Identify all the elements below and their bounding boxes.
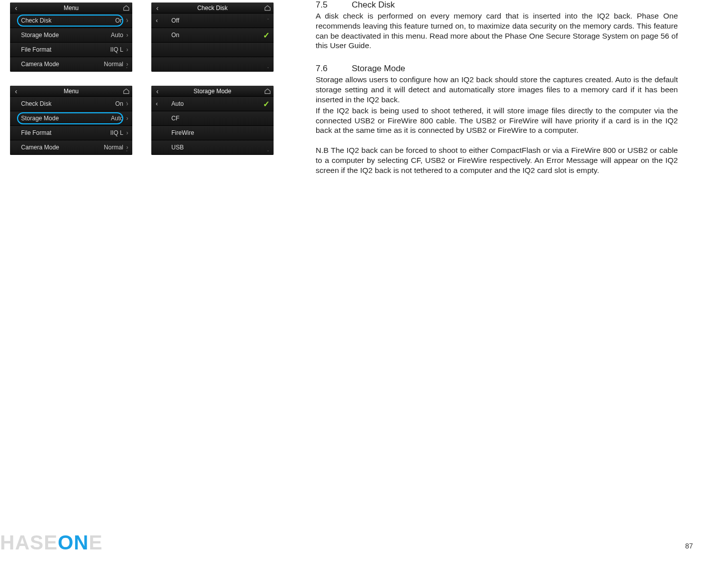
logo-part: E: [89, 531, 103, 553]
back-icon[interactable]: ‹: [153, 97, 160, 111]
scroll-down-icon: ˅: [126, 67, 131, 71]
brand-logo: HASEONE: [0, 531, 103, 554]
option-cf[interactable]: CF: [151, 111, 274, 126]
section-body: Storage allows users to configure how an…: [316, 75, 678, 104]
menu-item-value: Normal: [104, 61, 123, 68]
back-icon[interactable]: ‹: [151, 87, 163, 95]
option-label: Auto: [171, 100, 263, 107]
home-icon[interactable]: [120, 88, 132, 95]
back-icon[interactable]: ‹: [10, 87, 22, 95]
section-heading-7-5: 7.5 Check Disk: [316, 0, 678, 10]
section-title: Storage Mode: [352, 64, 405, 74]
menu-item-value: IIQ L: [110, 129, 123, 136]
menu-item-value: Auto: [111, 115, 123, 122]
check-icon: ✓: [263, 31, 270, 40]
menu-item-label: File Format: [21, 129, 110, 136]
scroll-down-icon: ˅: [267, 150, 272, 154]
option-auto[interactable]: ‹ Auto ✓ ˄: [151, 97, 274, 111]
chevron-right-icon: ›: [126, 129, 128, 136]
chevron-right-icon: ›: [126, 115, 128, 122]
menu-item-label: Camera Mode: [21, 61, 104, 68]
logo-part-accent: ON: [58, 531, 89, 553]
screenshot-menu-storage-mode: ‹ Menu Check Disk On › ˄ Storage Mode Au…: [10, 86, 132, 155]
scroll-down-icon: ˅: [267, 67, 272, 71]
option-on[interactable]: On ✓: [151, 28, 274, 43]
home-icon[interactable]: [262, 5, 274, 12]
section-body: If the IQ2 back is being used to shoot t…: [316, 106, 678, 135]
back-icon[interactable]: ‹: [153, 14, 160, 28]
screen-title: Storage Mode: [163, 88, 262, 95]
option-label: USB: [171, 144, 270, 151]
scroll-up-icon: ˄: [126, 102, 131, 106]
option-label: On: [171, 32, 263, 39]
section-title: Check Disk: [352, 0, 395, 10]
option-empty: [151, 43, 274, 57]
menu-item-value: On: [115, 17, 123, 24]
scroll-down-icon: ˅: [126, 150, 131, 154]
home-icon[interactable]: [120, 5, 132, 12]
menu-item-check-disk[interactable]: Check Disk On › ˄: [10, 97, 132, 111]
menu-item-label: Check Disk: [21, 100, 115, 107]
logo-part: HASE: [0, 531, 58, 553]
option-label: Off: [171, 17, 270, 24]
screenshot-menu-check-disk: ‹ Menu Check Disk On › ˄ Storage Mode Au…: [10, 3, 132, 72]
option-empty: ˅: [151, 57, 274, 72]
menu-item-check-disk[interactable]: Check Disk On › ˄: [10, 14, 132, 28]
menu-item-file-format[interactable]: File Format IIQ L ›: [10, 126, 132, 140]
text-column: 7.5 Check Disk A disk check is performed…: [301, 0, 678, 175]
screenshots-column: ‹ Menu Check Disk On › ˄ Storage Mode Au…: [10, 0, 301, 175]
menu-item-label: File Format: [21, 46, 110, 53]
section-body: N.B The IQ2 back can be forced to shoot …: [316, 145, 678, 175]
option-label: CF: [171, 115, 270, 122]
option-label: FireWire: [171, 129, 270, 136]
menu-item-storage-mode[interactable]: Storage Mode Auto ›: [10, 28, 132, 43]
option-usb[interactable]: USB ˅: [151, 140, 274, 155]
menu-item-label: Check Disk: [21, 17, 115, 24]
menu-item-file-format[interactable]: File Format IIQ L ›: [10, 43, 132, 57]
menu-item-label: Storage Mode: [21, 115, 111, 122]
option-off[interactable]: ‹ Off ˄: [151, 14, 274, 28]
screen-title: Menu: [22, 88, 120, 95]
chevron-right-icon: ›: [126, 46, 128, 53]
menu-item-camera-mode[interactable]: Camera Mode Normal › ˅: [10, 140, 132, 155]
screen-title: Menu: [22, 5, 120, 12]
page-number: 87: [685, 542, 693, 550]
scroll-up-icon: ˄: [126, 19, 131, 23]
screenshot-check-disk-options: ‹ Check Disk ‹ Off ˄ On ✓: [151, 3, 274, 72]
section-heading-7-6: 7.6 Storage Mode: [316, 64, 678, 74]
menu-item-camera-mode[interactable]: Camera Mode Normal › ˅: [10, 57, 132, 72]
scroll-up-icon: ˄: [267, 102, 272, 106]
back-icon[interactable]: ‹: [10, 4, 22, 12]
chevron-right-icon: ›: [126, 32, 128, 39]
menu-item-label: Storage Mode: [21, 32, 111, 39]
section-body: A disk check is performed on every memor…: [316, 11, 678, 51]
menu-item-value: IIQ L: [110, 46, 123, 53]
menu-item-storage-mode[interactable]: Storage Mode Auto ›: [10, 111, 132, 126]
menu-item-label: Camera Mode: [21, 144, 104, 151]
screenshot-storage-mode-options: ‹ Storage Mode ‹ Auto ✓ ˄ CF FireW: [151, 86, 274, 155]
back-icon[interactable]: ‹: [151, 4, 163, 12]
screen-title: Check Disk: [163, 5, 262, 12]
option-firewire[interactable]: FireWire: [151, 126, 274, 140]
scroll-up-icon: ˄: [267, 19, 272, 23]
section-number: 7.5: [316, 0, 352, 10]
home-icon[interactable]: [262, 88, 274, 95]
menu-item-value: Auto: [111, 32, 123, 39]
menu-item-value: On: [115, 100, 123, 107]
section-number: 7.6: [316, 64, 352, 74]
menu-item-value: Normal: [104, 144, 123, 151]
